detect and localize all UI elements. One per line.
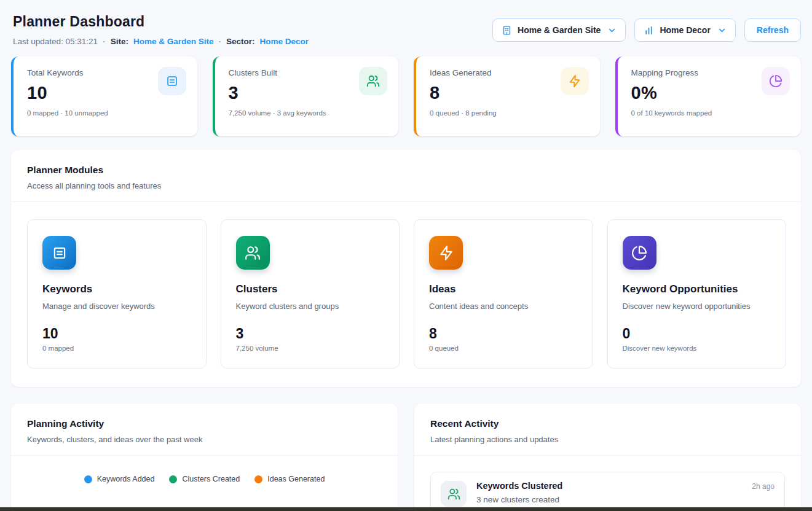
activity-item-title: Keywords Clustered [476,481,562,491]
site-label: Site: [111,37,128,46]
legend-item-clusters-created[interactable]: Clusters Created [169,475,240,483]
module-card-keywords[interactable]: Keywords Manage and discover keywords 10… [27,219,207,369]
stat-caption: 0 mapped · 10 unmapped [27,109,185,117]
legend-label: Keywords Added [97,475,155,483]
document-icon [42,236,76,270]
legend-dot-icon [254,475,262,483]
stat-caption: 7,250 volume · 3 avg keywords [229,109,387,117]
sector-dropdown[interactable]: Home Decor [634,18,735,42]
module-title: Keyword Opportunities [623,283,771,295]
sector-link[interactable]: Home Decor [259,37,309,46]
module-value: 3 [236,326,385,342]
legend-item-keywords-added[interactable]: Keywords Added [84,475,155,483]
activity-item-description: 3 new clusters created [476,495,775,504]
module-description: Keyword clusters and groups [236,302,385,311]
stat-card-total-keywords[interactable]: Total Keywords 10 0 mapped · 10 unmapped [11,57,197,136]
building-icon [502,25,512,36]
site-dropdown[interactable]: Home & Garden Site [492,18,626,42]
module-caption: 0 mapped [42,345,191,352]
module-description: Discover new keyword opportunities [623,302,771,311]
planning-activity-title: Planning Activity [27,418,382,429]
module-card-ideas[interactable]: Ideas Content ideas and concepts 8 0 que… [414,219,593,369]
sector-dropdown-label: Home Decor [660,25,710,35]
activity-item-body: Keywords Clustered 2h ago 3 new clusters… [476,481,775,507]
page-title: Planner Dashboard [13,14,309,30]
legend-label: Ideas Generated [267,475,325,483]
planning-activity-subtitle: Keywords, clusters, and ideas over the p… [27,435,382,444]
recent-activity-card: Recent Activity Latest planning actions … [414,404,801,511]
legend-dot-icon [84,475,92,483]
sector-label: Sector: [226,37,255,46]
users-icon [441,481,467,507]
meta-separator: · [103,37,106,46]
modules-section-subtitle: Access all planning tools and features [27,181,785,190]
bottom-edge-bar [0,507,812,511]
stats-row: Total Keywords 10 0 mapped · 10 unmapped… [11,57,801,136]
module-value: 8 [429,326,578,342]
chevron-down-icon [607,26,617,35]
bar-chart-icon [644,25,654,36]
planning-activity-header: Planning Activity Keywords, clusters, an… [11,404,398,456]
page-header: Planner Dashboard Last updated: 05:31:21… [11,11,801,46]
modules-section-header: Planner Modules Access all planning tool… [11,150,801,202]
modules-section-title: Planner Modules [27,165,785,176]
modules-grid: Keywords Manage and discover keywords 10… [11,202,801,387]
users-icon [236,236,270,270]
module-caption: Discover new keywords [623,345,771,352]
legend-dot-icon [169,475,177,483]
module-value: 0 [623,326,771,342]
module-title: Clusters [236,283,385,295]
module-description: Manage and discover keywords [42,302,191,311]
module-card-keyword-opportunities[interactable]: Keyword Opportunities Discover new keywo… [607,219,787,369]
recent-activity-header: Recent Activity Latest planning actions … [414,404,801,456]
stat-caption: 0 of 10 keywords mapped [631,109,789,117]
last-updated-text: Last updated: 05:31:21 [13,37,98,46]
site-dropdown-label: Home & Garden Site [518,25,601,35]
recent-activity-subtitle: Latest planning actions and updates [430,435,785,444]
module-value: 10 [42,326,191,342]
legend-item-ideas-generated[interactable]: Ideas Generated [254,475,325,483]
module-title: Ideas [429,283,578,295]
activity-item-keywords-clustered[interactable]: Keywords Clustered 2h ago 3 new clusters… [430,472,785,511]
module-card-clusters[interactable]: Clusters Keyword clusters and groups 3 7… [221,219,400,369]
module-title: Keywords [42,283,191,295]
stat-caption: 0 queued · 8 pending [430,109,588,117]
refresh-button-label: Refresh [757,25,789,35]
pie-chart-icon [762,67,790,95]
chevron-down-icon [717,26,727,35]
document-icon [158,67,186,95]
planning-activity-card: Planning Activity Keywords, clusters, an… [11,404,398,511]
planner-dashboard-page: Planner Dashboard Last updated: 05:31:21… [0,0,812,511]
legend-label: Clusters Created [182,475,240,483]
chart-legend: Keywords Added Clusters Created Ideas Ge… [11,475,398,483]
stat-card-ideas-generated[interactable]: Ideas Generated 8 0 queued · 8 pending [414,57,600,136]
stat-card-clusters-built[interactable]: Clusters Built 3 7,250 volume · 3 avg ke… [213,57,399,136]
pie-chart-icon [623,236,656,270]
planner-modules-section: Planner Modules Access all planning tool… [11,150,801,387]
header-meta: Last updated: 05:31:21 · Site: Home & Ga… [13,37,309,46]
lightning-icon [561,67,589,95]
meta-separator: · [218,37,221,46]
users-icon [359,67,387,95]
stat-card-mapping-progress[interactable]: Mapping Progress 0% 0 of 10 keywords map… [615,57,802,136]
module-caption: 7,250 volume [236,345,385,352]
refresh-button[interactable]: Refresh [744,18,801,42]
recent-activity-title: Recent Activity [430,418,785,429]
activity-item-time: 2h ago [752,482,775,491]
module-caption: 0 queued [429,345,578,352]
header-left: Planner Dashboard Last updated: 05:31:21… [11,11,309,46]
module-description: Content ideas and concepts [429,302,578,311]
site-link[interactable]: Home & Garden Site [133,37,214,46]
lightning-icon [429,236,463,270]
header-toolbar: Home & Garden Site Home Decor Refresh [492,18,801,42]
bottom-row: Planning Activity Keywords, clusters, an… [11,404,801,511]
